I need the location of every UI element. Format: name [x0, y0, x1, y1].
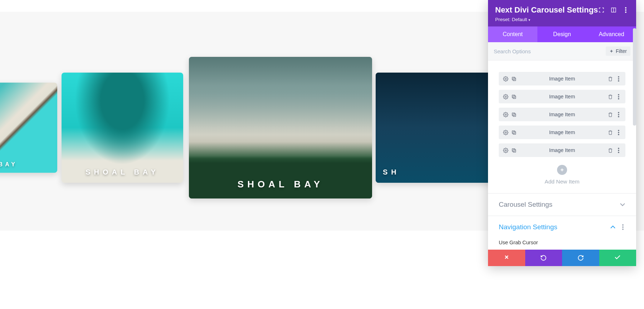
- trash-icon[interactable]: [608, 130, 613, 135]
- svg-point-41: [622, 229, 624, 230]
- svg-point-24: [618, 116, 619, 117]
- trash-icon[interactable]: [608, 112, 613, 117]
- list-item[interactable]: Image Item: [499, 126, 625, 139]
- gear-icon[interactable]: [503, 112, 508, 117]
- svg-point-4: [625, 11, 626, 13]
- tab-advanced[interactable]: Advanced: [587, 26, 636, 42]
- slide-caption: SHOAL BAY: [238, 179, 323, 190]
- svg-point-30: [618, 134, 619, 135]
- gear-icon[interactable]: [503, 148, 508, 153]
- svg-rect-9: [512, 77, 515, 80]
- item-label: Image Item: [517, 76, 608, 82]
- item-label: Image Item: [517, 147, 608, 153]
- svg-point-35: [618, 149, 619, 151]
- section-carousel-settings[interactable]: Carousel Settings: [488, 193, 636, 216]
- svg-point-40: [622, 226, 624, 228]
- panel-header: Next Divi Carousel Settings Preset: Defa…: [488, 0, 636, 26]
- svg-point-23: [618, 114, 619, 115]
- gear-icon[interactable]: [503, 130, 508, 135]
- list-item[interactable]: Image Item: [499, 90, 625, 103]
- svg-rect-20: [513, 114, 516, 117]
- svg-point-3: [625, 9, 626, 11]
- redo-button[interactable]: [562, 250, 599, 266]
- more-icon[interactable]: [616, 112, 621, 117]
- svg-point-17: [618, 96, 619, 97]
- panel-title: Next Divi Carousel Settings: [495, 5, 598, 15]
- more-icon[interactable]: [623, 7, 629, 13]
- chevron-down-icon: [620, 203, 625, 206]
- slide-caption: SH: [383, 168, 400, 176]
- svg-rect-26: [513, 132, 516, 134]
- save-button[interactable]: [599, 250, 636, 266]
- preset-selector[interactable]: Preset: Default: [495, 17, 629, 22]
- slide-caption: SHOAL BAY: [86, 168, 159, 176]
- svg-rect-21: [512, 113, 515, 116]
- tabs: Content Design Advanced: [488, 26, 636, 42]
- filter-row: Filter: [488, 42, 636, 60]
- svg-point-13: [505, 96, 507, 97]
- settings-panel: Next Divi Carousel Settings Preset: Defa…: [488, 0, 636, 266]
- duplicate-icon[interactable]: [511, 76, 517, 82]
- duplicate-icon[interactable]: [511, 130, 517, 135]
- slide-caption: HOAL BAY: [0, 161, 18, 168]
- gear-icon[interactable]: [503, 94, 508, 99]
- filter-button[interactable]: Filter: [606, 46, 630, 56]
- svg-point-7: [505, 78, 507, 79]
- tab-design[interactable]: Design: [537, 26, 587, 42]
- expand-icon[interactable]: [598, 7, 605, 13]
- svg-point-19: [505, 114, 507, 115]
- duplicate-icon[interactable]: [511, 112, 517, 117]
- svg-point-2: [625, 7, 626, 9]
- svg-point-22: [618, 112, 619, 113]
- svg-point-11: [618, 78, 619, 79]
- scrollbar[interactable]: [633, 28, 636, 126]
- trash-icon[interactable]: [608, 94, 613, 99]
- snap-icon[interactable]: [610, 7, 617, 13]
- trash-icon[interactable]: [608, 76, 613, 82]
- svg-rect-15: [512, 95, 515, 98]
- carousel-slide[interactable]: HOAL BAY: [0, 83, 57, 173]
- list-item[interactable]: Image Item: [499, 72, 625, 85]
- more-icon[interactable]: [616, 76, 621, 82]
- more-icon[interactable]: [616, 148, 621, 153]
- cancel-button[interactable]: [488, 250, 525, 266]
- svg-point-29: [618, 132, 619, 133]
- carousel-slide[interactable]: SHOAL BAY: [62, 73, 183, 183]
- carousel-slide-active[interactable]: SHOAL BAY: [189, 57, 372, 198]
- tab-content[interactable]: Content: [488, 26, 537, 42]
- more-icon[interactable]: [620, 225, 625, 230]
- svg-point-12: [618, 80, 619, 82]
- gear-icon[interactable]: [503, 76, 508, 82]
- trash-icon[interactable]: [608, 148, 613, 153]
- svg-point-34: [618, 148, 619, 149]
- duplicate-icon[interactable]: [511, 148, 517, 153]
- add-new-button[interactable]: [557, 165, 567, 175]
- svg-rect-32: [513, 149, 516, 152]
- svg-rect-27: [512, 131, 515, 133]
- carousel-slide[interactable]: SH: [376, 73, 497, 183]
- footer-buttons: [488, 250, 636, 266]
- svg-point-10: [618, 76, 619, 78]
- items-list: Image Item Image Item: [488, 60, 636, 193]
- chevron-up-icon: [610, 225, 616, 229]
- svg-rect-33: [512, 148, 515, 151]
- svg-point-39: [622, 224, 624, 226]
- more-icon[interactable]: [616, 130, 621, 135]
- add-new-label: Add New Item: [499, 178, 625, 185]
- svg-point-18: [618, 98, 619, 99]
- undo-button[interactable]: [525, 250, 562, 266]
- duplicate-icon[interactable]: [511, 94, 517, 99]
- more-icon[interactable]: [616, 94, 621, 99]
- svg-point-36: [618, 152, 619, 153]
- svg-point-16: [618, 94, 619, 95]
- svg-point-31: [505, 149, 507, 151]
- svg-point-25: [505, 132, 507, 133]
- svg-rect-8: [513, 78, 516, 81]
- section-navigation-settings[interactable]: Navigation Settings: [488, 216, 636, 238]
- list-item[interactable]: Image Item: [499, 143, 625, 157]
- search-input[interactable]: [494, 48, 606, 54]
- add-block: Add New Item: [499, 165, 625, 185]
- item-label: Image Item: [517, 129, 608, 135]
- list-item[interactable]: Image Item: [499, 108, 625, 121]
- svg-rect-14: [513, 96, 516, 99]
